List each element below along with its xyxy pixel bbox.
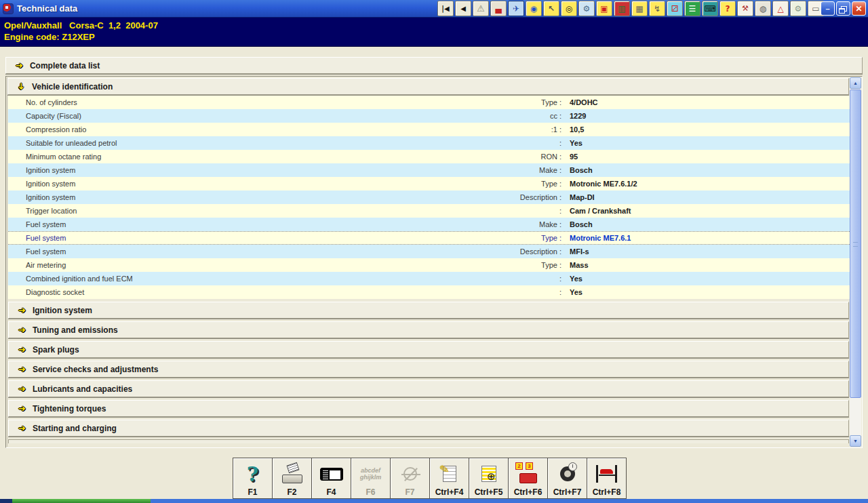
vehicle-lift-icon[interactable]: ▥ bbox=[614, 1, 630, 16]
technical-data-icon[interactable]: ✈ bbox=[508, 1, 524, 16]
row-key: : bbox=[433, 139, 561, 147]
close-button[interactable]: ✕ bbox=[852, 1, 866, 16]
row-value: 95 bbox=[561, 153, 850, 161]
minimize-button[interactable]: – bbox=[821, 1, 835, 16]
help-icon: ? bbox=[233, 461, 272, 487]
ctrl-f8-vehicle-lift-button[interactable]: Ctrl+F8 bbox=[587, 458, 627, 499]
sensor-icon[interactable]: ◍ bbox=[755, 1, 771, 16]
nav-back-icon[interactable]: ◀ bbox=[455, 1, 471, 16]
title-bar: Technical data |◀ ◀ ⚠ ▄ ✈ ◉ ↖ ◎ ⚙ ▣ ▥ ▦ … bbox=[0, 0, 868, 18]
expand-arrow-icon: ➔ bbox=[18, 384, 26, 393]
expand-arrow-icon: ➔ bbox=[18, 325, 26, 334]
f2-print-button[interactable]: F2 bbox=[272, 458, 312, 499]
table-row: Ignition system Description : Map-DI bbox=[8, 190, 850, 204]
f4-display-button[interactable]: F4 bbox=[311, 458, 351, 499]
row-value: Yes bbox=[561, 139, 850, 147]
row-value: Motronic ME7.6.1/2 bbox=[561, 180, 850, 188]
scrollbar-thumb[interactable] bbox=[850, 89, 861, 398]
row-value: Yes bbox=[561, 275, 850, 283]
mouse-pointer-icon[interactable]: ↖ bbox=[543, 1, 559, 16]
truck-icon[interactable]: ▦ bbox=[631, 1, 648, 16]
table-row: Combined ignition and fuel ECM : Yes bbox=[8, 272, 850, 285]
vehicle-lift-icon bbox=[587, 461, 626, 487]
collapse-arrow-icon: ➔ bbox=[17, 83, 26, 90]
button-label: F6 bbox=[366, 487, 375, 497]
scroll-up-button[interactable]: ▲ bbox=[850, 77, 861, 89]
row-key: Type : bbox=[433, 234, 561, 242]
window-controls: – ✕ bbox=[821, 1, 866, 16]
row-key: Description : bbox=[433, 193, 561, 201]
section-service-checks-and-adjustments[interactable]: ➔ Service checks and adjustments bbox=[8, 361, 849, 378]
vehicle-title: Opel/Vauxhall Corsa-C 1,2 2004-07 bbox=[4, 20, 868, 31]
section-ignition-system[interactable]: ➔ Ignition system bbox=[8, 302, 849, 319]
table-row: Ignition system Type : Motronic ME7.6.1/… bbox=[8, 177, 850, 190]
section-lubricants-and-capacities[interactable]: ➔ Lubricants and capacities bbox=[8, 380, 849, 397]
workshop-equipment-icon[interactable]: ⚒ bbox=[737, 1, 753, 16]
expand-arrow-icon: ➔ bbox=[18, 404, 26, 413]
section-vehicle-identification[interactable]: ➔ Vehicle identification bbox=[7, 78, 849, 95]
row-key: : bbox=[433, 275, 561, 283]
button-label: Ctrl+F6 bbox=[514, 487, 542, 497]
engine-code: Engine code: Z12XEP bbox=[4, 31, 868, 43]
taskbar-sliver bbox=[0, 499, 868, 503]
engine-icon[interactable]: ⚙ bbox=[790, 1, 806, 16]
row-value: 1229 bbox=[561, 112, 850, 120]
scroll-down-button[interactable]: ▼ bbox=[850, 435, 861, 447]
row-value: Bosch bbox=[561, 220, 850, 228]
engine-codes-icon[interactable]: ⚂ bbox=[667, 1, 683, 16]
row-label: Combined ignition and fuel ECM bbox=[8, 275, 433, 283]
expand-arrow-icon: ➔ bbox=[16, 61, 23, 70]
globe-icon[interactable]: ◉ bbox=[526, 1, 542, 16]
section-partial bbox=[8, 439, 849, 443]
restore-button[interactable] bbox=[836, 1, 850, 16]
help-car-icon[interactable]: ? bbox=[719, 1, 736, 16]
abs-warning-icon[interactable]: △ bbox=[772, 1, 789, 16]
data-panel: ➔ Vehicle identification No. of cylinder… bbox=[5, 76, 863, 448]
keyboard-icon[interactable]: ⌨ bbox=[702, 1, 718, 16]
brake-tester-icon[interactable]: ▄ bbox=[490, 1, 507, 16]
table-row: Fuel system Description : MFI-s bbox=[8, 245, 850, 258]
section-tuning-and-emissions[interactable]: ➔ Tuning and emissions bbox=[8, 321, 849, 338]
wheel-icon[interactable]: ◎ bbox=[561, 1, 577, 16]
section-complete-data-list[interactable]: ➔ Complete data list bbox=[5, 57, 863, 74]
row-label: Diagnostic socket bbox=[8, 288, 433, 296]
row-key: Make : bbox=[433, 220, 561, 228]
spark-plug-icon[interactable]: ↯ bbox=[649, 1, 665, 16]
section-label: Tuning and emissions bbox=[33, 325, 118, 335]
section-label: Service checks and adjustments bbox=[33, 365, 158, 374]
button-label: F2 bbox=[287, 487, 296, 497]
ctrl-f4-edit-document-button[interactable]: ✎ Ctrl+F4 bbox=[429, 458, 469, 499]
ctrl-f6-engine-codes-button[interactable]: 23 Ctrl+F6 bbox=[508, 458, 548, 499]
table-row: Ignition system Make : Bosch bbox=[8, 163, 850, 177]
ctrl-f7-wheel-timer-button[interactable]: Ctrl+F7 bbox=[547, 458, 587, 499]
row-key: :1 : bbox=[433, 125, 561, 134]
warning-icon[interactable]: ⚠ bbox=[473, 1, 489, 16]
table-row: Suitable for unleaded petrol : Yes bbox=[8, 136, 850, 150]
section-spark-plugs[interactable]: ➔ Spark plugs bbox=[8, 341, 849, 358]
printer-icon[interactable]: ☰ bbox=[684, 1, 701, 16]
section-starting-and-charging[interactable]: ➔ Starting and charging bbox=[8, 420, 849, 437]
expand-arrow-icon: ➔ bbox=[18, 424, 26, 432]
mechanic-icon[interactable]: ⚙ bbox=[578, 1, 595, 16]
nav-first-icon[interactable]: |◀ bbox=[437, 1, 454, 16]
ctrl-f5-search-document-button[interactable]: ⊕ Ctrl+F5 bbox=[469, 458, 509, 499]
button-label: Ctrl+F7 bbox=[553, 487, 582, 497]
row-key: Type : bbox=[433, 180, 561, 188]
section-tightening-torques[interactable]: ➔ Tightening torques bbox=[8, 400, 849, 417]
engine-codes-icon: 23 bbox=[509, 461, 547, 487]
app-icon bbox=[3, 3, 14, 14]
table-row-link-fuel-system-type[interactable]: Fuel system Type : Motronic ME7.6.1 bbox=[8, 231, 850, 245]
table-row: Trigger location : Cam / Crankshaft bbox=[8, 204, 850, 218]
restore-icon bbox=[839, 8, 845, 14]
row-key: Type : bbox=[433, 98, 561, 106]
row-label: Ignition system bbox=[8, 166, 433, 174]
f1-help-button[interactable]: ? F1 bbox=[233, 458, 273, 499]
row-label: Air metering bbox=[8, 261, 433, 269]
row-key: Type : bbox=[433, 261, 561, 269]
row-value: 4/DOHC bbox=[561, 98, 850, 106]
gauge-icon bbox=[391, 461, 429, 487]
start-button-sliver[interactable] bbox=[12, 499, 151, 503]
button-label: F1 bbox=[248, 487, 257, 497]
row-value-link[interactable]: Motronic ME7.6.1 bbox=[561, 234, 850, 242]
car-diagnostics-icon[interactable]: ▣ bbox=[596, 1, 612, 16]
